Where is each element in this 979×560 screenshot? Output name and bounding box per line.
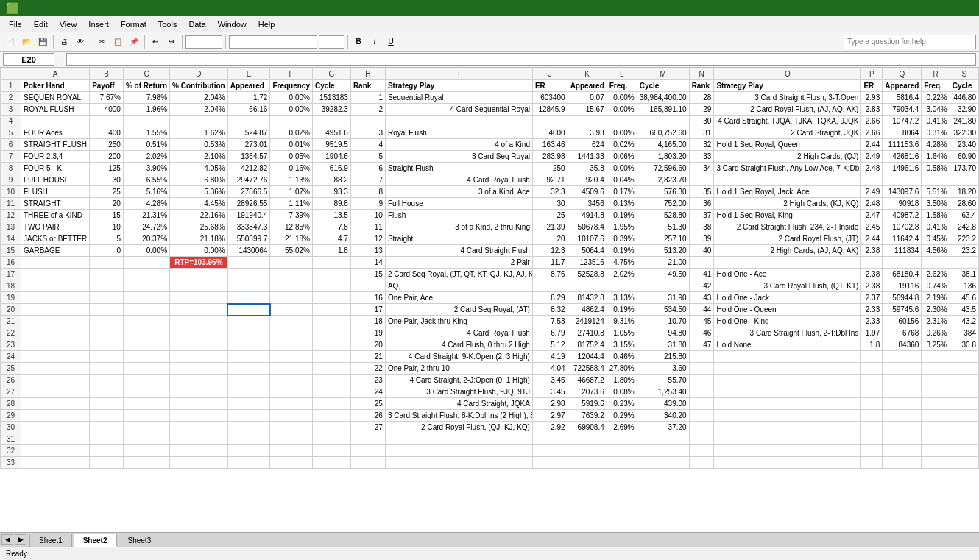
cell-F28[interactable] [270, 398, 313, 410]
cell-P8[interactable]: 2.48 [861, 163, 883, 174]
cell-G12[interactable]: 13.5 [312, 210, 350, 221]
cell-R18[interactable]: 0.74% [922, 280, 950, 292]
cell-H23[interactable]: 20 [350, 339, 385, 351]
cell-S1[interactable]: Cycle [950, 80, 978, 92]
cell-G25[interactable] [312, 363, 350, 375]
cell-R19[interactable]: 2.19% [922, 292, 950, 304]
cell-K14[interactable]: 10107.6 [568, 233, 607, 245]
cell-G24[interactable] [312, 351, 350, 363]
cell-O3[interactable]: 2 Card Royal Flush, (AJ, AQ, AK) [714, 104, 861, 116]
menu-item-format[interactable]: Format [115, 18, 152, 30]
cell-J29[interactable]: 2.97 [532, 410, 568, 422]
cell-N9[interactable] [689, 174, 714, 186]
cell-K5[interactable]: 3.93 [568, 127, 607, 139]
cell-L23[interactable]: 3.15% [607, 339, 637, 351]
cell-H13[interactable]: 11 [350, 221, 385, 233]
cell-O5[interactable]: 2 Card Straight, JQK [714, 127, 861, 139]
cell-G10[interactable]: 93.3 [312, 186, 350, 198]
cell-I29[interactable]: 3 Card Straight Flush, 8-K:Dbl Ins (2 Hi… [385, 410, 532, 422]
cell-C7[interactable]: 2.02% [123, 151, 169, 163]
cell-Q30[interactable] [883, 422, 922, 433]
cell-R27[interactable] [922, 386, 950, 398]
cell-L20[interactable]: 0.19% [607, 304, 637, 316]
cell-H16[interactable]: 14 [350, 257, 385, 269]
cell-Q1[interactable]: Appeared [883, 80, 922, 92]
cell-F10[interactable]: 1.07% [270, 186, 313, 198]
cell-K27[interactable]: 2073.6 [568, 386, 607, 398]
cell-E13[interactable]: 333847.3 [227, 221, 270, 233]
cell-G31[interactable] [312, 433, 350, 445]
cell-H30[interactable]: 27 [350, 422, 385, 433]
cell-H4[interactable] [350, 116, 385, 127]
cell-P1[interactable]: ER [861, 80, 883, 92]
cell-S18[interactable]: 136 [950, 280, 978, 292]
cell-Q16[interactable] [883, 257, 922, 269]
cell-S30[interactable] [950, 422, 978, 433]
cell-C15[interactable]: 0.00% [123, 245, 169, 257]
cell-C12[interactable]: 21.31% [123, 210, 169, 221]
cell-M12[interactable]: 528.80 [637, 210, 689, 221]
cell-F16[interactable] [270, 257, 313, 269]
cell-R11[interactable]: 3.50% [922, 198, 950, 210]
cell-R16[interactable] [922, 257, 950, 269]
cell-C26[interactable] [123, 375, 169, 386]
cell-F21[interactable] [270, 316, 313, 327]
cell-M21[interactable]: 10.70 [637, 316, 689, 327]
cell-G8[interactable]: 616.9 [312, 163, 350, 174]
cell-L11[interactable]: 0.13% [607, 198, 637, 210]
cell-J17[interactable]: 8.76 [532, 269, 568, 280]
cell-I20[interactable]: 2 Card Seq Royal, (AT) [385, 304, 532, 316]
cell-N2[interactable]: 28 [689, 92, 714, 104]
cell-H17[interactable]: 15 [350, 269, 385, 280]
cell-M25[interactable]: 3.60 [637, 363, 689, 375]
cell-D32[interactable] [170, 445, 228, 457]
cell-A3[interactable]: ROYAL FLUSH [21, 104, 90, 116]
cell-Q2[interactable]: 5816.4 [883, 92, 922, 104]
cell-O31[interactable] [714, 433, 861, 445]
cell-C21[interactable] [123, 316, 169, 327]
cell-R32[interactable] [922, 445, 950, 457]
cell-A30[interactable] [21, 422, 90, 433]
undo-button[interactable]: ↩ [148, 35, 163, 49]
cell-E15[interactable]: 1430064 [227, 245, 270, 257]
cell-J4[interactable] [532, 116, 568, 127]
cell-H5[interactable]: 3 [350, 127, 385, 139]
cell-I2[interactable]: Sequential Royal [385, 92, 532, 104]
cell-G6[interactable]: 9519.5 [312, 139, 350, 151]
cell-B15[interactable]: 0 [90, 245, 124, 257]
cell-K26[interactable]: 46687.2 [568, 375, 607, 386]
cell-D2[interactable]: 2.04% [170, 92, 228, 104]
cell-E2[interactable]: 1.72 [227, 92, 270, 104]
cell-K21[interactable]: 2419124 [568, 316, 607, 327]
cell-E19[interactable] [227, 292, 270, 304]
cell-C32[interactable] [123, 445, 169, 457]
cell-P28[interactable] [861, 398, 883, 410]
cell-S13[interactable]: 242.8 [950, 221, 978, 233]
cell-O6[interactable]: Hold 1 Seq Royal, Queen [714, 139, 861, 151]
cell-N26[interactable] [689, 375, 714, 386]
cell-O32[interactable] [714, 445, 861, 457]
cell-H20[interactable]: 17 [350, 304, 385, 316]
cell-M20[interactable]: 534.50 [637, 304, 689, 316]
cell-H7[interactable]: 5 [350, 151, 385, 163]
cut-button[interactable]: ✂ [94, 35, 109, 49]
cell-S2[interactable]: 446.80 [950, 92, 978, 104]
cell-M3[interactable]: 165,891.10 [637, 104, 689, 116]
cell-B20[interactable] [90, 304, 124, 316]
col-header-J[interactable]: J [532, 68, 568, 80]
cell-D7[interactable]: 2.10% [170, 151, 228, 163]
cell-K11[interactable]: 3456 [568, 198, 607, 210]
cell-P22[interactable]: 1.97 [861, 327, 883, 339]
cell-F31[interactable] [270, 433, 313, 445]
cell-E20[interactable] [227, 304, 270, 316]
col-header-A[interactable]: A [21, 68, 90, 80]
cell-P21[interactable]: 2.33 [861, 316, 883, 327]
paste-button[interactable]: 📌 [127, 35, 141, 49]
cell-A14[interactable]: JACKS or BETTER [21, 233, 90, 245]
menu-item-file[interactable]: File [3, 18, 28, 30]
cell-B26[interactable] [90, 375, 124, 386]
cell-C22[interactable] [123, 327, 169, 339]
cell-M29[interactable]: 340.20 [637, 410, 689, 422]
cell-E23[interactable] [227, 339, 270, 351]
cell-Q21[interactable]: 60156 [883, 316, 922, 327]
